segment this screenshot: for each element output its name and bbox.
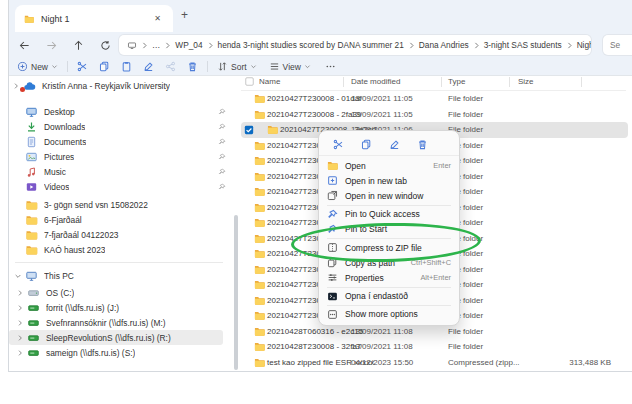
sidebar-item-drive[interactable]: OS (C:) <box>9 285 233 300</box>
folder-icon <box>253 279 266 290</box>
table-row[interactable]: 20210427T230008 - 2fa39 13/09/2021 11:05… <box>241 107 632 123</box>
tab-title: Night 1 <box>41 14 150 24</box>
copy-icon[interactable] <box>361 139 372 150</box>
sidebar-item-pictures[interactable]: Pictures <box>9 149 233 164</box>
address-bar: …WP_04henda 3-night studies scored by DA… <box>9 32 632 58</box>
chevron-right-icon <box>565 41 574 50</box>
menu-item-open-in-new-tab[interactable]: Open in new tab <box>319 173 459 188</box>
column-header-type[interactable]: Type <box>448 77 465 86</box>
new-tab-button[interactable]: + <box>181 9 188 21</box>
table-row[interactable]: 20210428T230008 - 32fa7 13/09/2021 11:08… <box>241 339 632 355</box>
folder-icon <box>25 244 38 256</box>
sidebar-item-folder[interactable]: 7-fjarðaál 04122023 <box>9 227 233 242</box>
cut-icon[interactable] <box>77 61 88 72</box>
cut-icon[interactable] <box>333 139 344 150</box>
menu-item-pin-to-start[interactable]: Pin to Start <box>319 222 459 237</box>
sidebar-item-drive[interactable]: SleepRevolutionS (\\dfs.ru.is) (R:) <box>9 330 223 345</box>
rename-icon[interactable] <box>143 61 154 72</box>
menu-item-show-more-options[interactable]: Show more options <box>319 307 459 322</box>
tab-night-1[interactable]: Night 1 ✕ <box>15 5 173 32</box>
pic-icon <box>25 151 38 163</box>
menu-item-properties[interactable]: PropertiesAlt+Enter <box>319 270 459 285</box>
dl-icon <box>25 121 38 133</box>
pinB-icon <box>327 209 338 220</box>
column-header-name[interactable]: Name <box>259 77 280 86</box>
table-row[interactable]: test kao zipped file ESR xxxxx 04/12/202… <box>241 355 632 371</box>
sidebar-item-documents[interactable]: Documents <box>9 134 233 149</box>
file-date: 13/09/2021 11:08 <box>351 327 413 336</box>
sidebar-item-desktop[interactable]: Desktop <box>9 104 233 119</box>
sidebar-item-drive[interactable]: forrit (\\dfs.ru.is) (J:) <box>9 300 233 315</box>
breadcrumb-item[interactable]: Night 1 <box>575 40 591 50</box>
chevron-right-icon <box>16 319 24 327</box>
this-pc-icon <box>126 41 138 50</box>
folder-icon <box>253 295 266 306</box>
chevron-down-icon <box>51 63 58 70</box>
new-label: New <box>31 62 48 72</box>
up-icon[interactable] <box>73 40 84 51</box>
menu-item-open[interactable]: OpenEnter <box>319 158 459 173</box>
chevron-right-icon <box>140 41 149 50</box>
row-checkbox-checked[interactable] <box>244 125 254 135</box>
delete-icon[interactable] <box>417 139 428 150</box>
forward-icon[interactable] <box>46 40 57 51</box>
delete-icon[interactable] <box>187 61 198 72</box>
paste-icon[interactable] <box>121 61 132 72</box>
chevron-down-icon <box>14 272 22 280</box>
chevron-right-icon <box>16 289 24 297</box>
menu-item-open-in-new-window[interactable]: Open in new window <box>319 188 459 203</box>
column-header-size[interactable]: Size <box>518 77 534 86</box>
search-input[interactable]: Se <box>603 35 632 55</box>
new-button[interactable]: New <box>17 61 58 72</box>
menu-item-copy-as-path[interactable]: Copy as pathCtrl+Shift+C <box>319 255 459 270</box>
copy-icon[interactable] <box>99 61 110 72</box>
folder-icon <box>253 248 266 259</box>
table-row[interactable]: 20210427T230008 - 01daf 13/09/2021 11:05… <box>241 91 632 107</box>
folder-icon <box>253 155 266 166</box>
folder-icon <box>23 14 35 24</box>
share-icon[interactable] <box>165 61 176 72</box>
breadcrumb-item[interactable]: henda 3-night studies scored by DANA sum… <box>216 40 406 50</box>
chevron-down-icon <box>304 63 311 70</box>
view-label: View <box>283 62 301 72</box>
file-date: 13/09/2021 11:05 <box>351 110 413 119</box>
breadcrumb-item[interactable]: … <box>150 40 162 50</box>
network-drive-icon <box>27 347 40 359</box>
sidebar-item-videos[interactable]: Videos <box>9 179 233 194</box>
sort-icon <box>217 61 228 72</box>
column-header-date[interactable]: Date modified <box>351 77 400 86</box>
sidebar-scrollbar[interactable] <box>234 215 238 370</box>
tab-close-icon[interactable]: ✕ <box>150 12 165 25</box>
pin-icon <box>218 108 226 116</box>
more-options-button[interactable] <box>325 61 336 72</box>
pc-icon <box>25 270 38 282</box>
pinB-icon <box>327 224 338 235</box>
sidebar-item-downloads[interactable]: Downloads <box>9 119 233 134</box>
sidebar-item-drive[interactable]: sameign (\\dfs.ru.is) (S:) <box>9 345 233 360</box>
sidebar-item-onedrive[interactable]: Kristín Anna - Reykjavík University <box>9 78 233 93</box>
sidebar-item-folder[interactable]: 3- gögn send vsn 15082022 <box>9 197 233 212</box>
sort-button[interactable]: Sort <box>217 61 257 72</box>
sidebar-item-folder[interactable]: 6-Fjarðaál <box>9 212 233 227</box>
menu-item-pin-to-quick-access[interactable]: Pin to Quick access <box>319 207 459 222</box>
breadcrumb-item[interactable]: Dana Andries <box>417 40 471 50</box>
view-button[interactable]: View <box>269 61 311 72</box>
menu-item-opna-endast-[interactable]: Opna í endastöð <box>319 289 459 304</box>
openFolder-icon <box>327 160 338 171</box>
sidebar-item-folder[interactable]: KAÓ haust 2023 <box>9 242 233 257</box>
file-name: 20210427T230008 - 2fa39 <box>267 110 361 119</box>
sidebar-item-this-pc[interactable]: This PC <box>9 268 233 283</box>
breadcrumb-item[interactable]: 3-night SAS students <box>482 40 564 50</box>
back-icon[interactable] <box>19 40 30 51</box>
breadcrumb-item[interactable]: WP_04 <box>173 40 204 50</box>
refresh-icon[interactable] <box>100 40 111 51</box>
select-all-checkbox[interactable] <box>245 77 254 86</box>
plus-circle-icon <box>17 61 28 72</box>
sidebar-item-music[interactable]: Music <box>9 164 233 179</box>
sort-label: Sort <box>231 62 247 72</box>
rename-icon[interactable] <box>389 139 400 150</box>
sidebar-item-drive[interactable]: Svefnrannsóknir (\\dfs.ru.is) (M:) <box>9 315 233 330</box>
menu-item-compress-to-zip-file[interactable]: Compress to ZIP file <box>319 240 459 255</box>
breadcrumb[interactable]: …WP_04henda 3-night studies scored by DA… <box>119 35 591 55</box>
pin-icon <box>218 153 226 161</box>
